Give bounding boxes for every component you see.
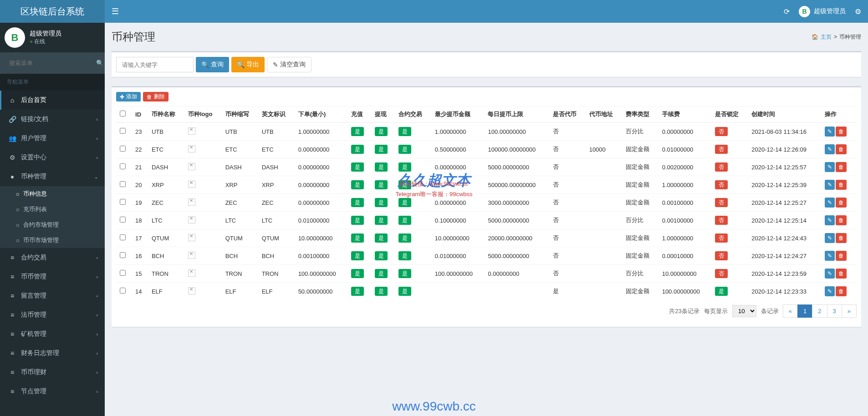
withdraw-badge[interactable]: 是 — [375, 127, 388, 136]
sidebar-toggle[interactable]: ☰ — [105, 6, 126, 16]
withdraw-badge[interactable]: 是 — [375, 162, 388, 172]
edit-button[interactable]: ✎ — [825, 198, 835, 208]
page-button[interactable]: » — [842, 304, 857, 318]
locked-badge[interactable]: 否 — [715, 145, 728, 154]
row-checkbox[interactable] — [120, 199, 126, 205]
sidebar-item-矿机管理[interactable]: ≡矿机管理‹ — [0, 325, 105, 343]
recharge-badge[interactable]: 是 — [351, 127, 364, 136]
edit-button[interactable]: ✎ — [825, 251, 835, 261]
edit-button[interactable]: ✎ — [825, 144, 835, 154]
select-all-checkbox[interactable] — [120, 111, 126, 117]
add-button[interactable]: ✚ 添加 — [116, 92, 141, 101]
edit-button[interactable]: ✎ — [825, 233, 835, 243]
edit-button[interactable]: ✎ — [825, 215, 835, 225]
sidebar-item-留言管理[interactable]: ≡留言管理‹ — [0, 286, 105, 305]
sidebar-search-button[interactable]: 🔍 — [91, 57, 105, 69]
page-button[interactable]: « — [783, 304, 798, 318]
row-delete-button[interactable]: 🗑 — [836, 286, 847, 296]
sidebar-item-用户管理[interactable]: 👥用户管理‹ — [0, 129, 105, 148]
page-button[interactable]: 2 — [812, 304, 827, 318]
contract-badge[interactable]: 是 — [398, 180, 411, 189]
page-button[interactable]: 3 — [827, 304, 842, 318]
contract-badge[interactable]: 是 — [398, 162, 411, 172]
query-button[interactable]: 🔍 查询 — [196, 57, 229, 72]
edit-button[interactable]: ✎ — [825, 269, 835, 279]
row-checkbox[interactable] — [120, 252, 126, 258]
edit-button[interactable]: ✎ — [825, 180, 835, 190]
export-button[interactable]: 🔍 导出 — [231, 57, 265, 72]
sidebar-sub-合约市场管理[interactable]: ○合约市场管理 — [0, 217, 105, 233]
contract-badge[interactable]: 是 — [398, 198, 411, 207]
recharge-badge[interactable]: 是 — [351, 251, 364, 260]
row-checkbox[interactable] — [120, 181, 126, 187]
sidebar-item-后台首页[interactable]: ⌂后台首页 — [0, 91, 105, 110]
keyword-input[interactable] — [116, 57, 194, 72]
page-button[interactable]: 1 — [797, 304, 812, 318]
refresh-icon[interactable]: ⟳ — [784, 7, 790, 16]
edit-button[interactable]: ✎ — [825, 162, 835, 172]
locked-badge[interactable]: 否 — [715, 251, 728, 260]
delete-button[interactable]: 🗑 删除 — [143, 92, 168, 101]
row-delete-button[interactable]: 🗑 — [836, 251, 847, 261]
recharge-badge[interactable]: 是 — [351, 287, 364, 296]
header-user-menu[interactable]: B 超级管理员 — [799, 6, 846, 17]
edit-button[interactable]: ✎ — [825, 127, 835, 137]
contract-badge[interactable]: 是 — [398, 216, 411, 225]
locked-badge[interactable]: 否 — [715, 269, 728, 278]
clear-button[interactable]: ✎ 清空查询 — [267, 57, 311, 72]
recharge-badge[interactable]: 是 — [351, 162, 364, 172]
locked-badge[interactable]: 否 — [715, 180, 728, 189]
sidebar-item-法币管理[interactable]: ≡法币管理‹ — [0, 305, 105, 325]
row-delete-button[interactable]: 🗑 — [836, 233, 847, 243]
row-checkbox[interactable] — [120, 128, 126, 134]
recharge-badge[interactable]: 是 — [351, 233, 364, 243]
recharge-badge[interactable]: 是 — [351, 269, 364, 278]
row-checkbox[interactable] — [120, 288, 126, 294]
locked-badge[interactable]: 否 — [715, 198, 728, 207]
row-checkbox[interactable] — [120, 234, 126, 240]
contract-badge[interactable]: 是 — [398, 233, 411, 243]
row-delete-button[interactable]: 🗑 — [836, 269, 847, 279]
locked-badge[interactable]: 是 — [715, 287, 728, 296]
sidebar-sub-充币列表[interactable]: ○充币列表 — [0, 202, 105, 217]
row-delete-button[interactable]: 🗑 — [836, 144, 847, 154]
sidebar-sub-币币市场管理[interactable]: ○币币市场管理 — [0, 233, 105, 248]
withdraw-badge[interactable]: 是 — [375, 287, 388, 296]
sidebar-item-链接/文档[interactable]: 🔗链接/文档‹ — [0, 110, 105, 129]
contract-badge[interactable]: 是 — [398, 269, 411, 278]
recharge-badge[interactable]: 是 — [351, 216, 364, 225]
withdraw-badge[interactable]: 是 — [375, 198, 388, 207]
withdraw-badge[interactable]: 是 — [375, 145, 388, 154]
row-checkbox[interactable] — [120, 217, 126, 223]
withdraw-badge[interactable]: 是 — [375, 251, 388, 260]
withdraw-badge[interactable]: 是 — [375, 269, 388, 278]
recharge-badge[interactable]: 是 — [351, 180, 364, 189]
locked-badge[interactable]: 否 — [715, 127, 728, 136]
row-delete-button[interactable]: 🗑 — [836, 127, 847, 137]
locked-badge[interactable]: 否 — [715, 162, 728, 172]
sidebar-item-币种管理[interactable]: ●币种管理⌄ — [0, 167, 105, 186]
settings-icon[interactable]: ⚙ — [855, 7, 861, 16]
recharge-badge[interactable]: 是 — [351, 145, 364, 154]
sidebar-search-input[interactable] — [5, 57, 91, 69]
withdraw-badge[interactable]: 是 — [375, 216, 388, 225]
contract-badge[interactable]: 是 — [398, 145, 411, 154]
withdraw-badge[interactable]: 是 — [375, 233, 388, 243]
contract-badge[interactable]: 是 — [398, 127, 411, 136]
sidebar-sub-币种信息[interactable]: ○币种信息 — [0, 186, 105, 202]
contract-badge[interactable]: 是 — [398, 287, 411, 296]
row-delete-button[interactable]: 🗑 — [836, 198, 847, 208]
row-checkbox[interactable] — [120, 146, 126, 152]
row-checkbox[interactable] — [120, 270, 126, 276]
row-checkbox[interactable] — [120, 163, 126, 169]
withdraw-badge[interactable]: 是 — [375, 180, 388, 189]
edit-button[interactable]: ✎ — [825, 286, 835, 296]
row-delete-button[interactable]: 🗑 — [836, 180, 847, 190]
contract-badge[interactable]: 是 — [398, 251, 411, 260]
sidebar-item-设置中心[interactable]: ⚙设置中心‹ — [0, 148, 105, 167]
locked-badge[interactable]: 否 — [715, 233, 728, 243]
per-page-select[interactable]: 10 — [732, 305, 756, 317]
row-delete-button[interactable]: 🗑 — [836, 162, 847, 172]
sidebar-item-币币管理[interactable]: ≡币币管理‹ — [0, 267, 105, 286]
breadcrumb-home[interactable]: 主页 — [821, 33, 832, 41]
